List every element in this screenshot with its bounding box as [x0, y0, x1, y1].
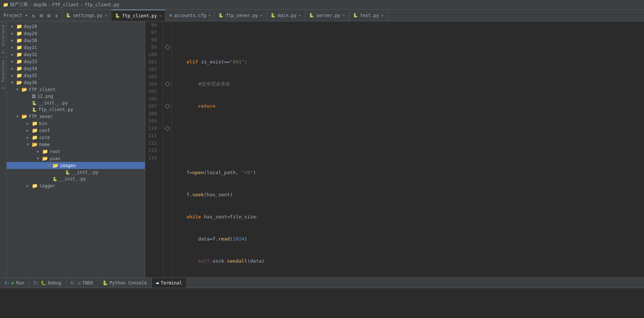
folder-icon-day29: 📁 [16, 31, 22, 36]
code-editor[interactable]: elif is_exist=="801": #文件完全存在 return f=o… [172, 21, 644, 277]
tree-item-yuan[interactable]: ▼ 📂 yuan [7, 155, 145, 162]
bottom-tabs-bar: 4: ▶ Run 5: 🐛 Debug 6: ☑ TODO 🐍 Python C… [0, 278, 644, 288]
code-line-105: data=f.read(1024) [175, 235, 641, 243]
tree-item-day31[interactable]: ▶ 📁 day31 [7, 44, 145, 51]
refresh-icon[interactable]: ↻ [31, 12, 37, 19]
tree-label-init-3: __init_.py [59, 176, 86, 182]
tree-item-logger[interactable]: ▶ 📁 logger [7, 182, 145, 189]
tree-item-core[interactable]: ▶ 📁 core [7, 134, 145, 141]
file-icon-ftp-client-py: 🐍 [32, 107, 37, 112]
debug-num: 5: [33, 280, 38, 286]
tab-test-py[interactable]: 🐍 test.py ✕ [349, 10, 388, 21]
tree-label-bin: bin [39, 121, 47, 126]
tree-item-day34[interactable]: ▶ 📁 day34 [7, 65, 145, 72]
terminal-content[interactable] [0, 288, 644, 318]
debug-icon: 🐛 [41, 280, 46, 286]
tree-item-root[interactable]: ▶ 📁 root [7, 148, 145, 155]
bottom-tab-debug[interactable]: 5: 🐛 Debug [29, 278, 66, 288]
breakpoint-gutter [163, 21, 172, 277]
left-tab-structure[interactable]: 2: Structure [0, 21, 6, 57]
breadcrumb-item-4[interactable]: ftp_client.py [85, 2, 119, 7]
tab-close-ftp-sever[interactable]: ✕ [260, 13, 263, 18]
file-icon-12png: 🖼 [32, 94, 36, 99]
collapse-icon[interactable]: ⊟ [38, 12, 44, 19]
bottom-tab-run[interactable]: 4: ▶ Run [0, 278, 29, 288]
tab-server-py[interactable]: 🐍 server.py ✕ [305, 10, 349, 21]
tab-close-accounts[interactable]: ✕ [208, 13, 211, 18]
folder-icon-yuan: 📂 [42, 156, 48, 161]
tree-item-images[interactable]: ▼ 📂 images [7, 162, 145, 169]
tab-label-ftp-sever: ftp_sever.py [226, 13, 258, 18]
tree-item-day35[interactable]: ▶ 📁 day35 [7, 72, 145, 79]
tree-label-day34: day34 [24, 66, 37, 71]
tree-item-day28[interactable]: ▶ 📁 day28 [7, 23, 145, 30]
tab-close-settings[interactable]: ✕ [105, 13, 107, 18]
tree-item-day36[interactable]: ▼ 📂 day36 [7, 79, 145, 86]
tab-close-main[interactable]: ✕ [299, 13, 301, 18]
left-tab-favorites[interactable]: 2: Favorites [0, 57, 6, 92]
tree-item-ftp-sever[interactable]: ▼ 📂 FTP_sever [7, 113, 145, 120]
folder-icon-day32: 📁 [16, 52, 22, 57]
tree-item-init-py-1[interactable]: 🐍 __init__.py [7, 100, 145, 106]
run-icon: ▶ [11, 280, 14, 286]
tab-close-test[interactable]: ✕ [381, 13, 384, 18]
code-line-98: #文件完全存在 [175, 80, 641, 88]
bottom-tab-python-console[interactable]: 🐍 Python Console [98, 278, 152, 288]
project-sidebar: ▶ 📁 day28 ▶ 📁 day29 ▶ 📁 day30 ▶ 📁 day31 [7, 21, 145, 277]
tree-label-conf: conf [39, 128, 50, 133]
tree-label-day31: day31 [24, 45, 37, 50]
tree-item-day29[interactable]: ▶ 📁 day29 [7, 30, 145, 37]
arrow-day30: ▶ [11, 38, 16, 42]
bottom-tab-todo[interactable]: 6: ☑ TODO [66, 278, 98, 288]
arrow-bin: ▶ [27, 121, 32, 125]
tree-item-ftp-client-py[interactable]: 🐍 ftp_client.py [7, 106, 145, 113]
tree-label-yuan: yuan [50, 156, 60, 161]
settings-icon[interactable]: ⚙ [46, 12, 52, 19]
tree-item-init-py-2[interactable]: 🐍 __init_.py [7, 169, 145, 176]
tab-close-ftp-client[interactable]: ✕ [159, 13, 162, 18]
arrow-ftp-sever: ▼ [16, 114, 21, 118]
run-num: 4: [4, 280, 10, 286]
debug-label: Debug [48, 280, 61, 286]
tree-label-root: root [50, 149, 60, 154]
project-label[interactable]: Project ▾ [2, 12, 29, 19]
tree-item-day33[interactable]: ▶ 📁 day33 [7, 58, 145, 65]
breadcrumb-icon: 📁 [3, 2, 8, 7]
tree-item-day30[interactable]: ▶ 📁 day30 [7, 37, 145, 44]
arrow-day32: ▶ [11, 52, 16, 56]
tab-ftp-client-py[interactable]: 🐍 ftp_client.py ✕ [111, 10, 166, 21]
tree-item-day32[interactable]: ▶ 📁 day32 [7, 51, 145, 58]
tree-label-ftp-sever: FTP_sever [29, 114, 53, 119]
tab-label-accounts: accounts.cfg [174, 13, 206, 18]
tree-item-12png[interactable]: 🖼 12.png [7, 93, 145, 100]
arrow-yuan: ▼ [37, 156, 42, 160]
bottom-tab-terminal[interactable]: ▬ Terminal [152, 278, 187, 288]
tree-label-day33: day33 [24, 59, 37, 64]
sort-icon[interactable]: ↕ [53, 12, 59, 19]
tree-label-logger: logger [39, 183, 55, 189]
bottom-panel: 4: ▶ Run 5: 🐛 Debug 6: ☑ TODO 🐍 Python C… [0, 277, 644, 318]
breadcrumb-item-3[interactable]: FTP_client [52, 2, 79, 7]
code-line-106: self.sock.sendall(data) [175, 257, 641, 265]
folder-icon-logger: 📁 [32, 183, 38, 189]
tab-main-py[interactable]: 🐍 main.py ✕ [267, 10, 305, 21]
code-line-101 [175, 147, 641, 154]
tree-label-day30: day30 [24, 38, 37, 43]
tab-ftp-sever-py[interactable]: 🐍 ftp_sever.py ✕ [215, 10, 266, 21]
breadcrumb-item-1[interactable]: 脱产三期 [10, 1, 28, 8]
tree-item-home[interactable]: ▼ 📂 home [7, 141, 145, 148]
tree-item-ftp-client[interactable]: ▼ 📂 FTP_client [7, 86, 145, 93]
tab-accounts-cfg[interactable]: ⚙ accounts.cfg ✕ [166, 10, 215, 21]
terminal-label: Terminal [161, 280, 182, 286]
tree-item-conf[interactable]: ▶ 📁 conf [7, 127, 145, 134]
breadcrumb-item-2[interactable]: day36 [33, 2, 47, 7]
code-view[interactable]: 96 97 98 99 100 101 102 103 104 105 106 … [145, 21, 644, 277]
tree-item-init-py-3[interactable]: 🐍 __init_.py [7, 176, 145, 182]
tab-icon-server: 🐍 [309, 13, 314, 18]
tree-label-day36: day36 [24, 80, 37, 85]
tab-close-server[interactable]: ✕ [343, 13, 345, 18]
tree-item-bin[interactable]: ▶ 📁 bin [7, 120, 145, 127]
python-console-icon: 🐍 [102, 280, 108, 286]
tab-settings-py[interactable]: 🐍 settings.py ✕ [62, 10, 111, 21]
arrow-day35: ▶ [11, 73, 16, 77]
